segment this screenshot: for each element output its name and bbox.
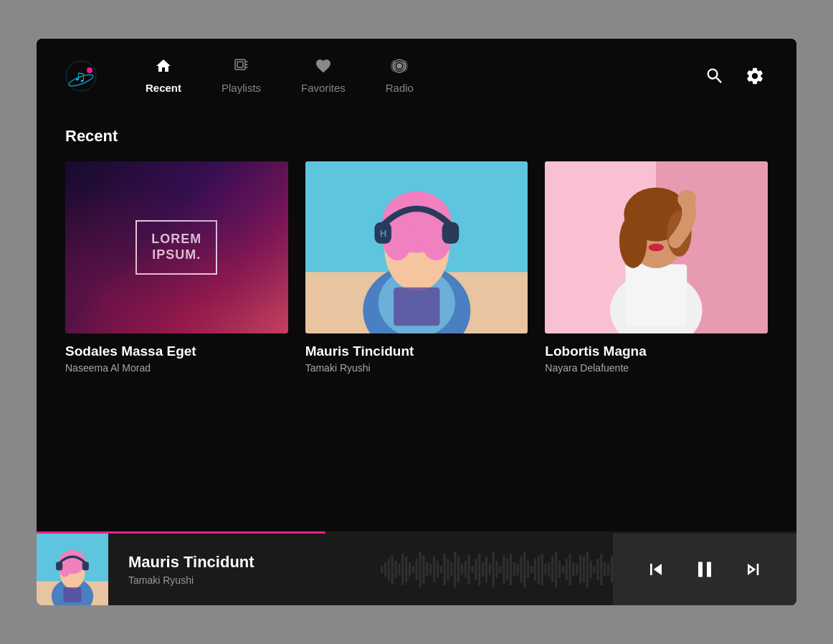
tab-radio[interactable]: Radio	[366, 52, 434, 100]
player-bar: Mauris Tincidunt Tamaki Ryushi	[37, 534, 796, 605]
svg-rect-92	[555, 551, 557, 587]
svg-rect-72	[485, 557, 487, 582]
cards-row: LOREMIPSUM. Sodales Massa Eget Naseema A…	[65, 161, 768, 374]
nav-tabs: Recent Playlists	[125, 52, 702, 100]
card-image-3	[545, 161, 768, 333]
svg-rect-70	[478, 554, 480, 585]
music-card-2[interactable]: H Mauris Tincidunt Tamaki Ryushi	[305, 161, 528, 374]
card-artist-3: Nayara Delafuente	[545, 362, 768, 374]
svg-rect-95	[566, 559, 568, 580]
svg-rect-94	[562, 566, 564, 573]
card-2-illustration: H	[305, 161, 528, 333]
svg-rect-82	[520, 557, 522, 582]
svg-rect-62	[450, 562, 452, 577]
pause-button[interactable]	[683, 548, 726, 591]
svg-rect-42	[381, 566, 383, 573]
svg-rect-71	[482, 562, 484, 577]
svg-rect-65	[461, 564, 463, 575]
next-button[interactable]	[732, 548, 775, 591]
svg-rect-77	[503, 555, 505, 584]
svg-rect-60	[443, 554, 445, 585]
next-icon	[742, 558, 765, 581]
svg-rect-79	[510, 554, 512, 585]
svg-rect-43	[384, 562, 386, 577]
player-artist: Tamaki Ryushi	[128, 574, 361, 586]
logo-area: ♫	[65, 60, 97, 92]
settings-icon	[745, 66, 765, 86]
svg-rect-81	[517, 564, 519, 575]
svg-rect-47	[398, 564, 400, 575]
svg-rect-59	[440, 566, 442, 573]
search-button[interactable]	[702, 63, 728, 89]
svg-rect-93	[558, 561, 561, 578]
tab-playlists[interactable]: Playlists	[201, 52, 281, 100]
card-title-1: Sodales Massa Eget	[65, 344, 288, 359]
svg-rect-61	[447, 559, 449, 580]
section-title: Recent	[65, 127, 768, 146]
svg-rect-39	[56, 562, 62, 571]
player-info: Mauris Tincidunt Tamaki Ryushi	[108, 553, 381, 586]
svg-rect-74	[492, 551, 495, 587]
svg-rect-102	[590, 561, 592, 578]
svg-text:♫: ♫	[74, 67, 86, 85]
svg-rect-104	[596, 559, 599, 580]
svg-rect-76	[499, 566, 501, 573]
svg-rect-50	[409, 562, 411, 577]
tab-recent[interactable]: Recent	[125, 52, 201, 100]
card-image-1: LOREMIPSUM.	[65, 161, 288, 333]
prev-button[interactable]	[634, 548, 677, 591]
player-thumb-art	[37, 534, 108, 605]
tab-favorites-label: Favorites	[301, 82, 346, 94]
radio-icon	[391, 57, 408, 77]
tab-favorites[interactable]: Favorites	[281, 52, 366, 100]
player-thumbnail	[37, 534, 108, 605]
svg-rect-21	[394, 288, 439, 326]
svg-rect-105	[600, 554, 602, 585]
svg-point-31	[678, 190, 697, 209]
nav-bar: ♫ Recent	[37, 39, 796, 113]
svg-rect-91	[551, 557, 553, 582]
svg-rect-78	[506, 559, 508, 580]
heart-icon	[315, 57, 332, 77]
svg-point-9	[398, 65, 401, 68]
svg-rect-84	[527, 561, 529, 578]
swirl-overlay	[65, 161, 288, 333]
settings-button[interactable]	[742, 63, 768, 89]
svg-rect-63	[454, 551, 456, 587]
svg-point-3	[87, 67, 92, 73]
svg-rect-97	[572, 562, 574, 577]
music-card-1[interactable]: LOREMIPSUM. Sodales Massa Eget Naseema A…	[65, 161, 288, 374]
svg-rect-101	[586, 551, 589, 587]
svg-rect-55	[426, 562, 428, 577]
nav-actions	[702, 63, 768, 89]
svg-rect-49	[405, 557, 407, 582]
svg-rect-100	[583, 557, 585, 582]
card-3-illustration	[545, 161, 768, 333]
svg-rect-64	[457, 557, 460, 582]
prev-icon	[644, 558, 667, 581]
music-card-3[interactable]: Lobortis Magna Nayara Delafuente	[545, 161, 768, 374]
svg-rect-67	[468, 555, 470, 584]
svg-rect-52	[416, 559, 418, 580]
svg-rect-90	[548, 562, 550, 577]
svg-rect-51	[412, 566, 414, 573]
svg-rect-85	[530, 566, 533, 573]
main-content: Recent LOREMIPSUM. Sodales Massa Eget Na…	[37, 113, 796, 531]
svg-rect-58	[437, 561, 439, 578]
svg-rect-98	[576, 564, 578, 575]
search-icon	[705, 66, 725, 86]
svg-rect-107	[607, 564, 609, 575]
pause-icon	[692, 557, 718, 582]
svg-rect-57	[433, 557, 435, 582]
svg-point-29	[619, 214, 647, 268]
svg-rect-99	[579, 555, 581, 584]
svg-rect-69	[475, 559, 477, 580]
playlist-icon	[233, 57, 250, 77]
tab-playlists-label: Playlists	[222, 82, 261, 94]
svg-rect-83	[523, 551, 525, 587]
card-artist-2: Tamaki Ryushi	[305, 362, 528, 374]
home-icon	[155, 57, 172, 77]
svg-rect-5	[237, 62, 243, 67]
svg-rect-45	[391, 555, 394, 584]
app-container: ♫ Recent	[37, 39, 796, 605]
